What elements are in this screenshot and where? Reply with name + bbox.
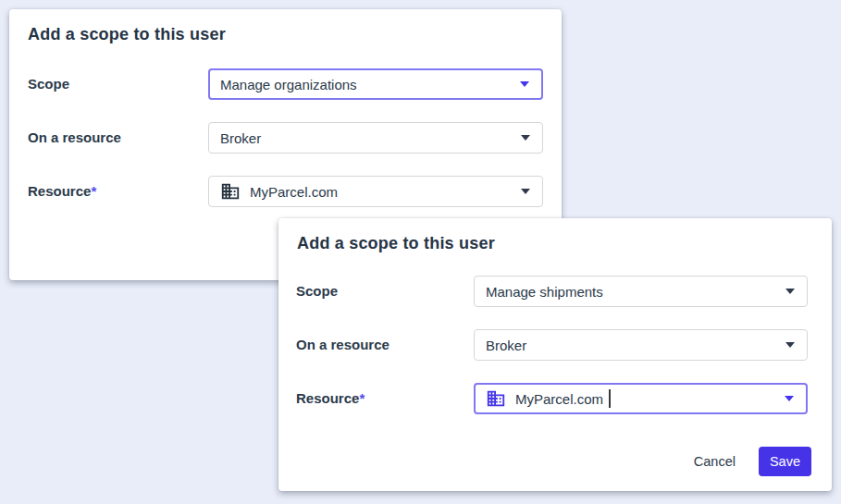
resource-label: Resource*	[28, 176, 96, 207]
scope-label: Scope	[296, 276, 338, 307]
dialog-title: Add a scope to this user	[297, 234, 495, 253]
scope-select-value: Manage shipments	[486, 284, 603, 300]
chevron-down-icon	[521, 189, 530, 194]
on-a-resource-label: On a resource	[28, 122, 121, 154]
chevron-down-icon	[785, 289, 795, 294]
resource-select-value: MyParcel.com	[250, 184, 338, 200]
resource-select[interactable]: MyParcel.com	[208, 176, 543, 207]
building-icon	[486, 388, 506, 409]
text-cursor	[609, 389, 611, 408]
scope-label: Scope	[28, 68, 69, 100]
on-a-resource-select[interactable]: Broker	[474, 329, 808, 361]
save-button[interactable]: Save	[759, 447, 811, 476]
add-scope-dialog-front: Add a scope to this user Scope Manage sh…	[278, 218, 832, 491]
chevron-down-icon	[521, 135, 530, 141]
required-asterisk: *	[359, 390, 365, 406]
required-asterisk: *	[91, 183, 96, 199]
scope-select[interactable]: Manage shipments	[474, 276, 808, 307]
chevron-down-icon	[520, 81, 529, 87]
on-a-resource-select-value: Broker	[486, 338, 526, 353]
on-a-resource-select-value: Broker	[220, 130, 261, 146]
dialog-title: Add a scope to this user	[28, 25, 226, 44]
dialog-actions: Cancel Save	[692, 447, 811, 476]
resource-select-value: MyParcel.com	[515, 391, 603, 407]
scope-select[interactable]: Manage organizations	[208, 68, 543, 100]
on-a-resource-label: On a resource	[296, 329, 390, 361]
on-a-resource-select[interactable]: Broker	[208, 122, 543, 154]
scope-select-value: Manage organizations	[220, 77, 357, 92]
chevron-down-icon	[785, 396, 794, 401]
resource-label: Resource*	[296, 383, 365, 414]
chevron-down-icon	[785, 342, 795, 348]
resource-select[interactable]: MyParcel.com	[474, 383, 808, 414]
cancel-button[interactable]: Cancel	[692, 447, 737, 476]
building-icon	[220, 181, 241, 202]
page-background: { "window": { "width": 909, "height": 54…	[0, 0, 841, 504]
